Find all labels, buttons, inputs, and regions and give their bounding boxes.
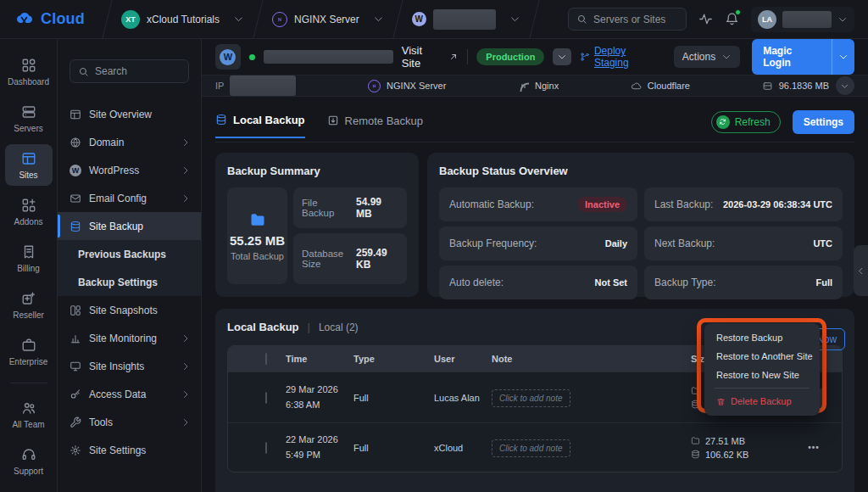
tab-remote-backup[interactable]: Remote Backup — [327, 115, 424, 137]
nav-wordpress[interactable]: WordPress — [58, 156, 201, 184]
sidebar-divider — [10, 383, 47, 383]
nav-site-snapshots[interactable]: Site Snapshots — [58, 296, 201, 324]
actions-button[interactable]: Actions — [674, 46, 740, 68]
sidebar-item-billing[interactable]: Billing — [5, 238, 53, 279]
account-menu[interactable]: LA — [751, 7, 854, 32]
nav-label: Site Settings — [89, 444, 191, 456]
status-label: Backup Frequency: — [449, 238, 537, 249]
chevron-left-icon — [856, 266, 865, 276]
sidebar-item-label: Reseller — [13, 310, 44, 320]
menu-item-delete-backup[interactable]: Delete Backup — [704, 392, 820, 411]
nav-label: Email Config — [89, 193, 173, 204]
xcloud-logo-icon — [14, 9, 36, 30]
activity-button[interactable] — [698, 12, 713, 26]
automatic-backup-tile: Automatic Backup: Inactive — [439, 187, 637, 221]
nav-site-overview[interactable]: Site Overview — [58, 100, 201, 128]
sidebar-item-dashboard[interactable]: Dashboard — [5, 51, 53, 92]
add-note-field[interactable]: Click to add note — [492, 389, 570, 407]
database-size-value: 259.49 KB — [356, 247, 398, 271]
file-backup-tile: File Backup 54.99 MB — [293, 187, 407, 228]
deploy-staging-label: Deploy Staging — [594, 45, 662, 69]
disk-usage: 96.1836 MB — [779, 81, 829, 91]
panel-collapse-handle[interactable] — [854, 245, 868, 296]
deploy-staging-link[interactable]: Deploy Staging — [580, 45, 662, 69]
breadcrumb-workspace[interactable]: XT xCloud Tutorials — [108, 10, 258, 29]
sidebar-item-support[interactable]: Support — [5, 440, 53, 482]
sidebar-item-all-team[interactable]: All Team — [5, 394, 53, 435]
row-checkbox[interactable] — [265, 442, 267, 454]
global-search-input[interactable] — [593, 14, 678, 25]
notifications-button[interactable] — [725, 12, 739, 26]
row-actions-menu: Restore Backup Restore to Another Site R… — [704, 323, 820, 416]
card-title: Backup Summary — [227, 165, 407, 177]
nav-tools[interactable]: Tools — [58, 408, 201, 436]
remote-backup-icon — [327, 115, 339, 126]
menu-item-restore-backup[interactable]: Restore Backup — [704, 328, 820, 347]
headset-icon — [21, 447, 36, 462]
nav-site-settings[interactable]: Site Settings — [58, 436, 201, 464]
sidebar-search[interactable] — [70, 59, 189, 83]
refresh-button[interactable]: Refresh — [711, 111, 781, 133]
file-backup-label: File Backup — [302, 198, 351, 218]
select-all-checkbox[interactable] — [265, 353, 267, 365]
nav-site-backup[interactable]: Site Backup — [58, 212, 201, 240]
status-label: Auto delete: — [449, 277, 504, 288]
sidebar-item-reseller[interactable]: Reseller — [5, 284, 53, 326]
sidebar-search-input[interactable] — [95, 65, 180, 77]
backup-type: Full — [353, 443, 434, 453]
magic-login-button[interactable]: Magic Login — [752, 39, 832, 75]
backup-count: Local (2) — [319, 321, 359, 333]
nav-domain[interactable]: Domain — [58, 128, 201, 156]
environment-dropdown-button[interactable] — [553, 48, 571, 65]
dashboard-icon — [21, 58, 36, 73]
sidebar-item-label: All Team — [12, 420, 44, 429]
site-overview-icon — [70, 109, 81, 120]
file-size: 27.51 MB — [705, 436, 745, 446]
total-backup-value: 55.25 MB — [230, 233, 285, 248]
wordpress-icon — [70, 165, 81, 176]
sidebar-item-sites[interactable]: Sites — [5, 144, 53, 186]
redacted-ip-address — [230, 75, 296, 96]
nav-site-insights[interactable]: Site Insights — [58, 352, 201, 380]
nav-access-data[interactable]: Access Data — [58, 380, 201, 408]
nav-label: Backup Settings — [78, 277, 191, 288]
nav-email-config[interactable]: Email Config — [58, 184, 201, 212]
users-icon — [21, 400, 36, 416]
monitor-icon — [70, 361, 81, 372]
breadcrumb-site[interactable] — [398, 9, 534, 30]
sidebar-item-servers[interactable]: Servers — [5, 98, 53, 139]
menu-item-restore-another-site[interactable]: Restore to Another Site — [704, 347, 820, 366]
nav-previous-backups[interactable]: Previous Backups — [58, 240, 201, 268]
pulse-icon — [698, 12, 713, 26]
nav-label: Site Snapshots — [89, 305, 191, 316]
webserver-name: Nginx — [535, 81, 559, 91]
xcloud-logo[interactable]: Cloud — [0, 9, 107, 30]
info-bar-expand-button[interactable] — [836, 76, 854, 95]
search-icon — [576, 14, 587, 25]
magic-login-dropdown-button[interactable] — [832, 39, 854, 75]
server-badge-icon — [368, 80, 381, 92]
settings-button[interactable]: Settings — [793, 110, 854, 134]
tab-local-backup[interactable]: Local Backup — [215, 114, 305, 138]
site-type-badge — [215, 44, 241, 70]
server-badge-icon — [272, 12, 287, 27]
refresh-icon — [716, 115, 730, 129]
database-icon — [691, 400, 700, 409]
reseller-icon — [21, 291, 36, 306]
last-backup-tile: Last Backup: 2026-03-29 06:38:34 UTC — [644, 187, 843, 221]
row-checkbox[interactable] — [265, 392, 267, 404]
status-label: Last Backup: — [654, 198, 713, 210]
menu-item-restore-new-site[interactable]: Restore to New Site — [704, 366, 820, 384]
add-note-field[interactable]: Click to add note — [492, 439, 570, 457]
auto-delete-tile: Auto delete: Not Set — [439, 266, 637, 299]
visit-site-link[interactable]: Visit Site — [402, 44, 459, 70]
sidebar-item-enterprise[interactable]: Enterprise — [5, 331, 53, 372]
row-actions-button[interactable] — [801, 439, 826, 457]
nav-backup-settings[interactable]: Backup Settings — [58, 268, 201, 296]
database-icon — [691, 450, 700, 459]
chevron-down-icon — [373, 14, 384, 25]
sidebar-item-addons[interactable]: Addons — [5, 191, 53, 232]
global-search[interactable] — [568, 8, 687, 31]
nav-site-monitoring[interactable]: Site Monitoring — [58, 324, 201, 352]
breadcrumb-server[interactable]: NGINX Server — [259, 12, 398, 27]
